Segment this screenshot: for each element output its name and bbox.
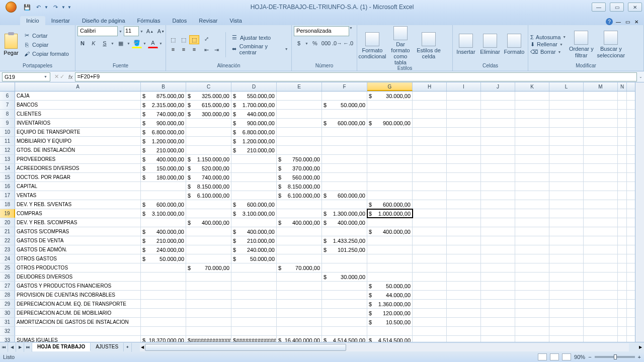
cell-D23[interactable]: $240.000,00 (231, 245, 277, 254)
cell-K27[interactable] (515, 282, 549, 290)
cell-D18[interactable]: $600.000,00 (231, 200, 277, 209)
cell-M25[interactable] (584, 263, 618, 272)
cell-H6[interactable] (413, 92, 447, 100)
column-header-B[interactable]: B (141, 82, 186, 91)
zoom-slider[interactable] (595, 356, 635, 358)
cell-J19[interactable] (481, 209, 515, 218)
cell-K9[interactable] (515, 119, 549, 127)
cell-K8[interactable] (515, 110, 549, 118)
fill-color-button[interactable]: 🪣 (132, 38, 142, 48)
row-header[interactable]: 27 (0, 282, 15, 290)
cell-N19[interactable] (618, 209, 627, 218)
cell-H9[interactable] (413, 119, 447, 127)
cell-B14[interactable]: $150.000,00 (141, 164, 186, 172)
cell-M13[interactable] (584, 155, 618, 163)
cell-G16[interactable] (367, 182, 413, 191)
cell-L32[interactable] (549, 327, 584, 335)
cell-M7[interactable] (584, 101, 618, 109)
ribbon-tab-diseño-de-página[interactable]: Diseño de página (76, 16, 131, 25)
cell-B31[interactable] (141, 318, 186, 326)
cell-K12[interactable] (515, 146, 549, 154)
cell-E27[interactable] (277, 282, 322, 290)
cell-J6[interactable] (481, 92, 515, 100)
cell-L15[interactable] (549, 173, 584, 182)
cell-H19[interactable] (413, 209, 447, 218)
cell-F12[interactable] (322, 146, 367, 154)
ribbon-tab-insertar[interactable]: Insertar (45, 16, 76, 25)
cell-L22[interactable] (549, 236, 584, 245)
cell-B16[interactable] (141, 182, 186, 191)
cell-J11[interactable] (481, 137, 515, 145)
zoom-in-icon[interactable]: + (638, 354, 641, 360)
cell-M10[interactable] (584, 128, 618, 136)
cancel-formula-icon[interactable]: ✕ (54, 73, 59, 80)
cell-H30[interactable] (413, 309, 447, 317)
cell-D12[interactable]: $210.000,00 (231, 146, 277, 154)
row-header[interactable]: 11 (0, 137, 15, 145)
cell-C14[interactable]: $520.000,00 (186, 164, 231, 172)
cell-K21[interactable] (515, 227, 549, 236)
cell-K11[interactable] (515, 137, 549, 145)
cell-J14[interactable] (481, 164, 515, 172)
format-cells-button[interactable]: Formato (503, 34, 525, 55)
cell-K6[interactable] (515, 92, 549, 100)
cell-N8[interactable] (618, 110, 627, 118)
row-header[interactable]: 28 (0, 291, 15, 299)
cell-B21[interactable]: $400.000,00 (141, 227, 186, 236)
row-header[interactable]: 29 (0, 300, 15, 308)
cell-A8[interactable]: CLIENTES (15, 110, 141, 118)
cell-G8[interactable] (367, 110, 413, 118)
cell-I16[interactable] (447, 182, 481, 191)
cell-M26[interactable] (584, 273, 618, 281)
cell-M24[interactable] (584, 254, 618, 263)
wrap-text-button[interactable]: ☰Ajustar texto (230, 34, 289, 42)
cell-D15[interactable] (231, 173, 277, 182)
cell-N28[interactable] (618, 291, 627, 299)
cell-C24[interactable] (186, 254, 231, 263)
cell-F22[interactable]: $1.433.250,00 (322, 236, 367, 245)
cell-E20[interactable]: $400.000,00 (277, 218, 322, 227)
cell-D30[interactable] (231, 309, 277, 317)
redo-icon[interactable]: ↷ (50, 3, 60, 12)
cell-I8[interactable] (447, 110, 481, 118)
cell-I28[interactable] (447, 291, 481, 299)
cell-I26[interactable] (447, 273, 481, 281)
cell-K10[interactable] (515, 128, 549, 136)
row-header[interactable]: 19 (0, 209, 15, 218)
cell-D32[interactable] (231, 327, 277, 335)
cell-G24[interactable] (367, 254, 413, 263)
cell-J30[interactable] (481, 309, 515, 317)
cell-M23[interactable] (584, 245, 618, 254)
bold-button[interactable]: N (77, 38, 88, 48)
maximize-button[interactable]: ▭ (610, 3, 624, 12)
cell-E14[interactable]: $370.000,00 (277, 164, 322, 172)
cell-I12[interactable] (447, 146, 481, 154)
column-header-L[interactable]: L (549, 82, 584, 91)
cell-B15[interactable]: $180.000,00 (141, 173, 186, 182)
cell-L23[interactable] (549, 245, 584, 254)
cell-N24[interactable] (618, 254, 627, 263)
merge-center-button[interactable]: ⬌Combinar y centrar▼ (230, 43, 289, 56)
cell-E15[interactable]: $560.000,00 (277, 173, 322, 182)
cell-I15[interactable] (447, 173, 481, 182)
cell-I29[interactable] (447, 300, 481, 308)
cell-N20[interactable] (618, 218, 627, 227)
cell-H23[interactable] (413, 245, 447, 254)
first-sheet-icon[interactable]: ⏮ (0, 343, 8, 352)
row-header[interactable]: 9 (0, 119, 15, 127)
cell-M16[interactable] (584, 182, 618, 191)
cell-A17[interactable]: VENTAS (15, 191, 141, 200)
vertical-scrollbar[interactable] (635, 82, 644, 342)
sort-filter-button[interactable]: Ordenar y filtrar (569, 31, 594, 58)
cell-C22[interactable] (186, 236, 231, 245)
cell-J21[interactable] (481, 227, 515, 236)
horizontal-scrollbar[interactable]: ◀ (140, 343, 629, 351)
cell-H28[interactable] (413, 291, 447, 299)
cell-G33[interactable]: $4.514.500,00 (367, 336, 413, 342)
cell-C19[interactable] (186, 209, 231, 218)
cell-I27[interactable] (447, 282, 481, 290)
cell-N33[interactable] (618, 336, 627, 342)
cell-I23[interactable] (447, 245, 481, 254)
cell-F29[interactable] (322, 300, 367, 308)
cell-H16[interactable] (413, 182, 447, 191)
